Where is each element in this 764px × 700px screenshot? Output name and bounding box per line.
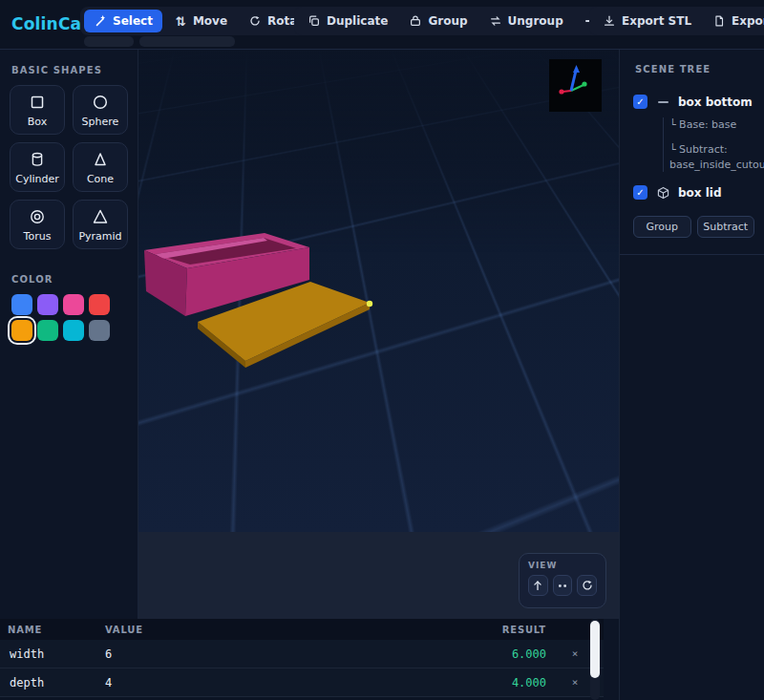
export-stl-label: Export STL	[622, 14, 691, 28]
export-scad-label: Export SCAD	[732, 14, 764, 28]
basic-shapes-title: BASIC SHAPES	[11, 65, 128, 75]
viewport-canvas[interactable]	[138, 50, 619, 532]
ungroup-button[interactable]: Ungroup	[479, 10, 573, 32]
viewport: VIEW	[138, 50, 619, 619]
toolbar: ColinCad Select ⇅ Move Rotate	[0, 0, 764, 50]
select-button-label: Select	[113, 14, 153, 28]
tree-group-button[interactable]: Group	[633, 216, 691, 238]
color-swatch-orange[interactable]	[11, 320, 32, 341]
color-swatch-red[interactable]	[89, 294, 110, 315]
move-arrows-icon: ⇅	[174, 14, 187, 28]
param-result: 4.000	[479, 676, 546, 689]
export-scad-button[interactable]: Export SCAD	[703, 10, 764, 32]
column-header-value: VALUE	[105, 625, 479, 635]
shape-button-torus[interactable]: Torus	[10, 200, 65, 249]
arrow-up-icon	[531, 579, 544, 592]
selection-handle-dot	[367, 301, 372, 307]
toolbar-ghost-pill	[84, 36, 134, 47]
color-swatch-cyan[interactable]	[63, 320, 84, 341]
ungroup-arrows-icon	[489, 14, 502, 28]
group-box-icon	[409, 14, 422, 28]
param-name: width	[0, 647, 105, 661]
column-header-result: RESULT	[479, 625, 546, 635]
visibility-checkbox[interactable]	[633, 185, 647, 200]
color-grid	[11, 294, 128, 341]
duplicate-button-label: Duplicate	[327, 14, 388, 28]
shape-button-box[interactable]: Box	[10, 85, 65, 135]
box-icon	[28, 93, 47, 112]
shape-label: Cone	[87, 173, 114, 185]
group-button-label: Group	[428, 14, 467, 28]
move-button-label: Move	[193, 14, 227, 28]
scene-tree-item-box-bottom[interactable]: box bottom	[633, 95, 754, 109]
scene-tree-sidebar: SCENE TREE box bottom └ Base: base └ Sub…	[619, 50, 764, 700]
table-row-depth[interactable]: depth 4 4.000 ×	[0, 668, 604, 697]
view-fit-button[interactable]	[553, 575, 573, 596]
scene-tree-title: SCENE TREE	[635, 64, 754, 74]
param-result: 6.000	[479, 647, 546, 661]
sidebar-divider	[620, 254, 764, 255]
color-swatch-pink[interactable]	[63, 294, 84, 315]
color-swatch-gray[interactable]	[89, 320, 110, 341]
rotate-icon	[248, 14, 262, 28]
shape-button-cylinder[interactable]: Cylinder	[10, 142, 65, 192]
table-header: NAME VALUE RESULT	[0, 619, 604, 640]
group-button[interactable]: Group	[399, 10, 477, 32]
fit-view-icon	[556, 579, 569, 592]
shape-grid: Box Sphere Cylinder Cone Torus Pyramid	[10, 85, 128, 249]
sphere-icon	[91, 93, 110, 112]
shape-button-cone[interactable]: Cone	[73, 142, 128, 192]
view-panel: VIEW	[519, 553, 606, 608]
shape-label: Pyramid	[78, 230, 121, 243]
shape-label: Torus	[24, 230, 52, 243]
ungroup-button-label: Ungroup	[508, 14, 563, 28]
shape-label: Cylinder	[15, 173, 59, 185]
param-name: depth	[0, 676, 105, 689]
shape-label: Box	[28, 116, 47, 128]
table-row-width[interactable]: width 6 6.000 ×	[0, 640, 604, 668]
scene-tree-children: └ Base: base └ Subtract: base_inside_cut…	[663, 117, 760, 172]
shapes-sidebar: BASIC SHAPES Box Sphere Cylinder Cone To…	[0, 50, 138, 619]
param-value[interactable]: 6	[105, 647, 479, 661]
toolbar-ghost-pill	[139, 36, 235, 47]
parameters-table: NAME VALUE RESULT width 6 6.000 × depth …	[0, 619, 604, 700]
tree-subtract-button[interactable]: Subtract	[697, 216, 755, 238]
scene-objects	[138, 50, 619, 532]
cube-icon	[656, 186, 669, 200]
file-icon	[712, 14, 726, 28]
shape-button-sphere[interactable]: Sphere	[73, 85, 128, 135]
select-button[interactable]: Select	[84, 10, 162, 32]
cone-icon	[91, 150, 110, 169]
column-header-name: NAME	[0, 625, 105, 635]
duplicate-button[interactable]: Duplicate	[298, 10, 397, 32]
toolbar-group-export: Export STL Export SCAD	[589, 7, 764, 35]
color-swatch-purple[interactable]	[37, 294, 58, 315]
shape-label: Sphere	[82, 116, 119, 128]
duplicate-icon	[308, 14, 321, 28]
scene-tree-item-label: box bottom	[678, 95, 753, 109]
export-stl-button[interactable]: Export STL	[593, 10, 701, 32]
color-swatch-blue[interactable]	[11, 294, 32, 315]
view-up-button[interactable]	[528, 575, 548, 596]
axis-gizmo-icon	[549, 59, 602, 112]
table-scrollbar-thumb[interactable]	[590, 621, 600, 678]
visibility-checkbox[interactable]	[633, 95, 647, 109]
color-panel-title: COLOR	[11, 274, 128, 285]
scene-tree-item-box-lid[interactable]: box lid	[633, 185, 754, 200]
torus-icon	[28, 207, 47, 226]
param-value[interactable]: 4	[105, 676, 479, 689]
scene-tree-buttons: Group Subtract	[633, 216, 754, 238]
viewport-footer: VIEW	[138, 532, 619, 619]
reset-view-icon	[581, 579, 594, 592]
pyramid-icon	[91, 207, 110, 226]
move-button[interactable]: ⇅ Move	[164, 10, 237, 32]
shape-button-pyramid[interactable]: Pyramid	[73, 200, 128, 249]
scene-tree-item-label: box lid	[678, 186, 722, 200]
subtract-node-icon	[656, 101, 669, 103]
color-swatch-green[interactable]	[37, 320, 58, 341]
cylinder-icon	[28, 150, 47, 169]
view-reset-button[interactable]	[577, 575, 597, 596]
select-wand-icon	[94, 14, 107, 28]
download-icon	[603, 14, 616, 28]
axis-gizmo[interactable]	[549, 59, 602, 112]
